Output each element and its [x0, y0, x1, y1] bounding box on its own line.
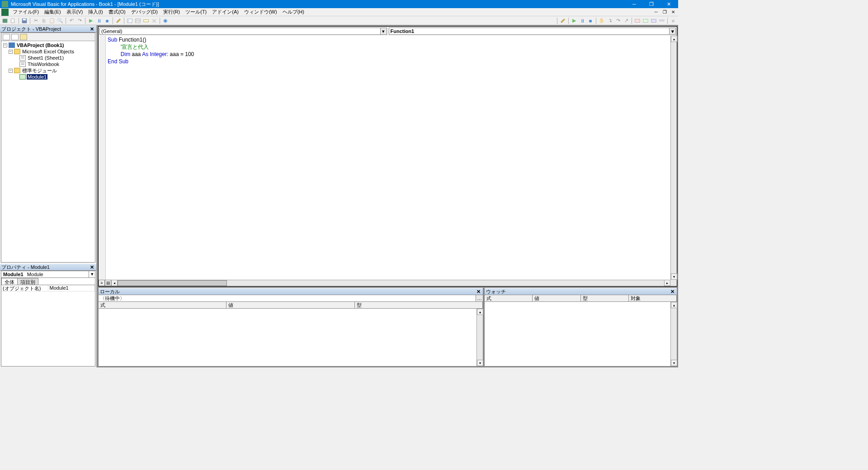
break-icon[interactable]: ⏸ [95, 17, 103, 24]
scroll-track[interactable] [671, 42, 677, 273]
project-explorer-close[interactable]: ✕ [89, 26, 95, 32]
copy-icon[interactable]: ⎘ [40, 17, 47, 24]
scroll-track[interactable] [477, 315, 483, 360]
menu-help[interactable]: ヘルプ(H) [280, 8, 307, 16]
menu-view[interactable]: 表示(V) [64, 8, 86, 16]
toolbox-icon[interactable] [151, 17, 158, 24]
scroll-down-icon[interactable]: ▾ [477, 360, 483, 366]
toggle-folders-icon[interactable] [20, 34, 27, 40]
locals-title[interactable]: ローカル ✕ [99, 288, 483, 295]
collapse-icon[interactable]: − [3, 43, 7, 47]
watch-col-value[interactable]: 値 [533, 295, 580, 301]
full-module-view-icon[interactable]: ▤ [105, 280, 111, 286]
prop-row[interactable]: (オブジェクト名) Module1 [1, 285, 95, 291]
vertical-scrollbar[interactable]: ▴ ▾ [670, 302, 677, 366]
tab-categorized[interactable]: 項目別 [17, 278, 38, 285]
project-explorer-icon[interactable] [126, 17, 133, 24]
tree-sheet1[interactable]: Sheet1 (Sheet1) [2, 55, 94, 61]
watch-title[interactable]: ウォッチ ✕ [485, 288, 677, 295]
tree-root[interactable]: − VBAProject (Book1) [2, 42, 94, 48]
menu-window[interactable]: ウィンドウ(W) [241, 8, 280, 16]
mdi-restore[interactable]: ❐ [661, 9, 668, 15]
excel-icon[interactable] [1, 9, 9, 16]
code-editor[interactable]: Sub Function1() '宣言と代入 Dim aaa As Intege… [106, 36, 670, 280]
collapse-icon[interactable]: − [9, 50, 13, 54]
watch-col-context[interactable]: 対象 [629, 295, 677, 301]
chevron-down-icon[interactable]: ▾ [380, 28, 387, 34]
debug-pause-icon[interactable]: ⏸ [579, 17, 586, 24]
procedure-view-icon[interactable]: ≡ [99, 280, 105, 286]
minimize-button[interactable]: ─ [630, 1, 638, 7]
debug-run-icon[interactable]: ▶ [571, 17, 578, 24]
menu-addins[interactable]: アドイン(A) [209, 8, 241, 16]
locals-col-value[interactable]: 値 [226, 302, 354, 308]
menu-debug[interactable]: デバッグ(D) [128, 8, 160, 16]
vertical-scrollbar[interactable]: ▴ ▾ [670, 36, 677, 280]
project-tree[interactable]: − VBAProject (Book1) − Microsoft Excel O… [1, 41, 95, 262]
watch-close[interactable]: ✕ [669, 289, 675, 294]
object-browser-icon[interactable] [142, 17, 150, 24]
view-object-icon[interactable] [11, 34, 19, 40]
reset-icon[interactable]: ■ [104, 17, 111, 24]
chevron-down-icon[interactable]: ▾ [89, 271, 95, 277]
view-excel-icon[interactable] [1, 17, 9, 24]
step-over-icon[interactable]: ↷ [614, 17, 622, 24]
watch-window-icon[interactable] [650, 17, 657, 24]
vertical-scrollbar[interactable]: ▴ ▾ [476, 309, 483, 366]
properties-close[interactable]: ✕ [89, 264, 95, 270]
edit-toolbar-icon[interactable] [559, 17, 566, 24]
locals-window-icon[interactable] [634, 17, 641, 24]
call-stack-ellipsis[interactable]: … [476, 295, 483, 301]
menu-format[interactable]: 書式(O) [106, 8, 128, 16]
scroll-up-icon[interactable]: ▴ [671, 302, 677, 308]
locals-close[interactable]: ✕ [475, 289, 481, 294]
tree-std-modules[interactable]: − 標準モジュール [2, 67, 94, 74]
menu-tools[interactable]: ツール(T) [183, 8, 209, 16]
locals-col-expression[interactable]: 式 [99, 302, 226, 308]
menu-run[interactable]: 実行(R) [160, 8, 183, 16]
scroll-down-icon[interactable]: ▾ [671, 360, 677, 366]
tab-alphabetic[interactable]: 全体 [1, 278, 18, 285]
immediate-window-icon[interactable] [642, 17, 649, 24]
scroll-track[interactable] [671, 308, 677, 360]
watch-grid-body[interactable]: ▴ ▾ [485, 302, 677, 366]
prop-value-cell[interactable]: Module1 [48, 285, 95, 291]
scroll-left-icon[interactable]: ◂ [111, 280, 118, 286]
mdi-minimize[interactable]: ─ [653, 9, 659, 15]
debug-stop-icon[interactable]: ■ [587, 17, 594, 24]
call-stack-icon[interactable]: ≡ [670, 17, 677, 24]
code-margin[interactable] [99, 36, 106, 280]
tree-excel-objects[interactable]: − Microsoft Excel Objects [2, 48, 94, 55]
tree-module1[interactable]: Module1 [2, 74, 94, 80]
close-button[interactable]: ✕ [665, 1, 673, 7]
design-mode-icon[interactable] [115, 17, 122, 24]
collapse-icon[interactable]: − [9, 69, 13, 73]
maximize-button[interactable]: ❐ [647, 1, 656, 7]
step-into-icon[interactable]: ↴ [606, 17, 613, 24]
scroll-right-icon[interactable]: ▸ [664, 280, 670, 286]
menu-insert[interactable]: 挿入(I) [85, 8, 105, 16]
object-dropdown[interactable]: (General) ▾ [99, 28, 387, 35]
undo-icon[interactable]: ↶ [68, 17, 75, 24]
help-icon[interactable]: ◉ [162, 17, 169, 24]
scroll-up-icon[interactable]: ▴ [671, 36, 677, 42]
mdi-close[interactable]: ✕ [670, 9, 676, 15]
properties-selector[interactable]: Module1 Module ▾ [1, 271, 95, 278]
scroll-down-icon[interactable]: ▾ [671, 273, 677, 280]
properties-icon[interactable] [134, 17, 142, 24]
menu-file[interactable]: ファイル(F) [10, 8, 42, 16]
horizontal-scrollbar[interactable] [118, 280, 664, 286]
locals-grid-body[interactable]: ▴ ▾ [99, 309, 483, 366]
insert-dropdown-icon[interactable] [9, 17, 17, 24]
properties-title[interactable]: プロパティ - Module1 ✕ [0, 263, 96, 271]
save-icon[interactable] [21, 17, 28, 24]
watch-col-expression[interactable]: 式 [485, 295, 533, 301]
procedure-dropdown[interactable]: Function1 ▾ [389, 28, 676, 35]
watch-col-type[interactable]: 型 [581, 295, 629, 301]
properties-grid[interactable]: (オブジェクト名) Module1 [1, 285, 95, 366]
project-explorer-title[interactable]: プロジェクト - VBAProject ✕ [0, 25, 96, 33]
view-code-icon[interactable] [3, 34, 10, 40]
paste-icon[interactable]: 📋 [48, 17, 56, 24]
chevron-down-icon[interactable]: ▾ [669, 28, 675, 34]
breakpoint-icon[interactable]: ✋ [598, 17, 605, 24]
